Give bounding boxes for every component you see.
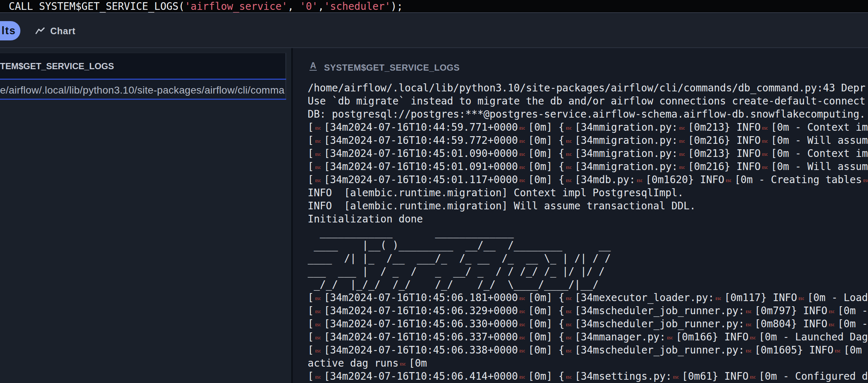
- esc-control-char: ESC: [315, 337, 321, 340]
- log-line: [ESC[34m2024-07-16T10:45:01.117+0000ESC[…: [308, 173, 868, 186]
- esc-control-char: ESC: [762, 166, 768, 170]
- esc-control-char: ESC: [726, 179, 731, 183]
- esc-control-char: ESC: [835, 350, 841, 353]
- sql-statement: CALL SYSTEM$GET_SERVICE_LOGS('airflow_se…: [9, 0, 403, 13]
- esc-control-char: ESC: [519, 127, 525, 130]
- log-line: [ESC[34m2024-07-16T10:45:06.181+0000ESC[…: [308, 291, 868, 304]
- esc-control-char: ESC: [519, 337, 525, 340]
- esc-control-char: ESC: [750, 337, 756, 340]
- detail-pane-title: SYSTEM$GET_SERVICE_LOGS: [324, 63, 460, 73]
- tab-results[interactable]: lts: [0, 21, 20, 40]
- esc-control-char: ESC: [400, 363, 406, 366]
- log-line: [ESC[34m2024-07-16T10:44:59.772+0000ESC[…: [308, 134, 868, 147]
- log-line: ____ |__( )_________ __/__ /________ __: [308, 239, 868, 252]
- esc-control-char: ESC: [679, 153, 685, 157]
- esc-control-char: ESC: [519, 166, 525, 170]
- log-line: ___ ___ | / _ / _ __/ _ / / /_/ /_ |/ |/…: [308, 265, 868, 278]
- esc-control-char: ESC: [566, 324, 572, 327]
- log-line: [ESC[34m2024-07-16T10:45:06.338+0000ESC[…: [308, 344, 868, 357]
- tab-results-label: lts: [1, 21, 16, 40]
- esc-control-char: ESC: [566, 127, 572, 130]
- esc-control-char: ESC: [798, 297, 804, 301]
- esc-control-char: ESC: [762, 140, 768, 143]
- log-line: /home/airflow/.local/lib/python3.10/site…: [308, 82, 868, 95]
- esc-control-char: ESC: [315, 140, 321, 143]
- esc-control-char: ESC: [746, 350, 752, 353]
- esc-control-char: ESC: [315, 311, 321, 314]
- esc-control-char: ESC: [679, 127, 685, 130]
- esc-control-char: ESC: [637, 179, 643, 183]
- esc-control-char: ESC: [519, 311, 525, 314]
- text-type-icon: A: [309, 61, 317, 71]
- esc-control-char: ESC: [750, 376, 756, 379]
- esc-control-char: ESC: [315, 297, 321, 301]
- esc-control-char: ESC: [519, 297, 525, 301]
- esc-control-char: ESC: [679, 140, 685, 143]
- log-line: [ESC[34m2024-07-16T10:45:01.090+0000ESC[…: [308, 147, 868, 160]
- log-line: Initialization done: [308, 213, 868, 226]
- esc-control-char: ESC: [746, 311, 752, 314]
- esc-control-char: ESC: [566, 376, 572, 379]
- esc-control-char: ESC: [566, 337, 572, 340]
- esc-control-char: ESC: [863, 179, 868, 183]
- esc-control-char: ESC: [315, 179, 321, 183]
- cell-detail-pane: A SYSTEM$GET_SERVICE_LOGS /home/airflow/…: [293, 48, 868, 383]
- esc-control-char: ESC: [715, 297, 721, 301]
- grid-cell-selected[interactable]: e/airflow/.local/lib/python3.10/site-pac…: [0, 80, 286, 99]
- log-line: ____ /| |_ /__ ___/_ /_ __ /_ __ \_ | /|…: [308, 252, 868, 265]
- log-line: active dag runsESC[0m: [308, 357, 868, 370]
- log-line: INFO [alembic.runtime.migration] Context…: [308, 186, 868, 200]
- esc-control-char: ESC: [746, 324, 752, 327]
- snowflake-results-view: { "sql_bar": { "segments": [ { "text": "…: [0, 0, 868, 383]
- esc-control-char: ESC: [315, 350, 321, 353]
- esc-control-char: ESC: [762, 127, 768, 130]
- log-text-pane[interactable]: /home/airflow/.local/lib/python3.10/site…: [308, 82, 868, 383]
- esc-control-char: ESC: [315, 376, 321, 379]
- log-line: [ESC[34m2024-07-16T10:44:59.771+0000ESC[…: [308, 121, 868, 134]
- tab-chart[interactable]: Chart: [35, 26, 75, 36]
- esc-control-char: ESC: [679, 166, 685, 170]
- log-line: Use `db migrate` instead to migrate the …: [308, 95, 868, 108]
- esc-control-char: ESC: [566, 153, 572, 157]
- chart-line-icon: [35, 27, 45, 35]
- grid-column-header[interactable]: TEM$GET_SERVICE_LOGS: [0, 53, 286, 79]
- selection-border-bottom: [0, 99, 286, 100]
- esc-control-char: ESC: [566, 297, 572, 301]
- esc-control-char: ESC: [519, 350, 525, 353]
- esc-control-char: ESC: [566, 311, 572, 314]
- sql-editor-bar[interactable]: CALL SYSTEM$GET_SERVICE_LOGS('airflow_se…: [0, 0, 868, 13]
- results-grid: TEM$GET_SERVICE_LOGS e/airflow/.local/li…: [0, 48, 291, 383]
- esc-control-char: ESC: [315, 153, 321, 157]
- esc-control-char: ESC: [519, 179, 525, 183]
- esc-control-char: ESC: [519, 376, 525, 379]
- esc-control-char: ESC: [315, 166, 321, 170]
- esc-control-char: ESC: [566, 140, 572, 143]
- log-line: DB: postgresql://postgres:***@postgres-s…: [308, 108, 868, 121]
- esc-control-char: ESC: [315, 324, 321, 327]
- esc-control-char: ESC: [829, 311, 835, 314]
- esc-control-char: ESC: [762, 153, 768, 157]
- esc-control-char: ESC: [519, 153, 525, 157]
- log-line: [ESC[34m2024-07-16T10:45:06.329+0000ESC[…: [308, 304, 868, 317]
- log-line: [ESC[34m2024-07-16T10:45:01.091+0000ESC[…: [308, 160, 868, 173]
- esc-control-char: ESC: [829, 324, 835, 327]
- log-line: [ESC[34m2024-07-16T10:45:06.414+0000ESC[…: [308, 370, 868, 383]
- log-line: _/_/ |_/_/ /_/ /_/ /_/ \____/____/|__/: [308, 278, 868, 291]
- esc-control-char: ESC: [667, 337, 673, 340]
- esc-control-char: ESC: [519, 324, 525, 327]
- log-line: [ESC[34m2024-07-16T10:45:06.337+0000ESC[…: [308, 331, 868, 344]
- esc-control-char: ESC: [566, 179, 572, 183]
- esc-control-char: ESC: [673, 376, 679, 379]
- results-chart-tab-bar: lts Chart: [0, 14, 868, 48]
- esc-control-char: ESC: [315, 127, 321, 130]
- log-line: ____________ _____________: [308, 226, 868, 239]
- tab-chart-label: Chart: [50, 26, 75, 36]
- esc-control-char: ESC: [566, 350, 572, 353]
- esc-control-char: ESC: [519, 140, 525, 143]
- log-line: INFO [alembic.runtime.migration] Will as…: [308, 200, 868, 213]
- esc-control-char: ESC: [566, 166, 572, 170]
- log-line: [ESC[34m2024-07-16T10:45:06.330+0000ESC[…: [308, 317, 868, 331]
